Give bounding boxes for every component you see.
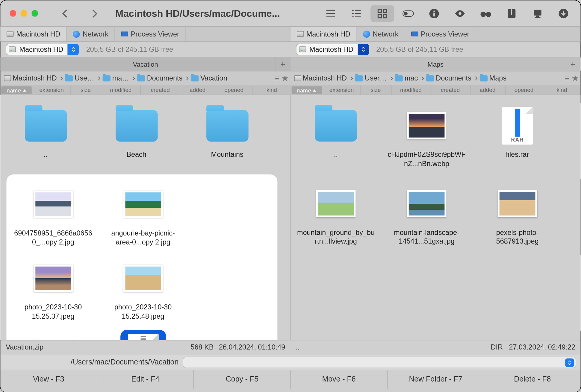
- tab-network-right[interactable]: Network: [357, 27, 405, 41]
- image-thumbnail: [34, 265, 73, 292]
- status-filename: Vacation.zip: [6, 343, 43, 351]
- add-tab-right[interactable]: +: [565, 57, 581, 72]
- file-item[interactable]: angourie-bay-picnic-area-0...opy 2.jpg: [98, 180, 188, 250]
- file-item[interactable]: pexels-photo-5687913.jpeg: [472, 180, 563, 249]
- view-columns-icon[interactable]: [345, 5, 368, 22]
- fkey-copy[interactable]: Copy - F5: [193, 370, 290, 388]
- fkey-edit[interactable]: Edit - F4: [97, 370, 193, 388]
- pane-title-left[interactable]: Vacation+: [0, 57, 290, 71]
- breadcrumb-item[interactable]: Maps: [480, 74, 506, 82]
- breadcrumb-item[interactable]: mac: [395, 74, 426, 82]
- col-name[interactable]: name: [1, 86, 32, 94]
- col-size[interactable]: size: [71, 85, 101, 95]
- col-kind[interactable]: kind: [543, 85, 580, 95]
- function-keys-bar: View - F3 Edit - F4 Copy - F5 Move - F6 …: [0, 370, 580, 388]
- command-history-dropdown[interactable]: [565, 358, 574, 367]
- col-extension[interactable]: extension: [33, 85, 71, 95]
- maximize-window-button[interactable]: [31, 10, 38, 17]
- close-window-button[interactable]: [10, 10, 16, 17]
- toggle-switch-icon[interactable]: [397, 5, 420, 22]
- minimize-window-button[interactable]: [21, 10, 27, 17]
- image-thumbnail: [123, 265, 163, 292]
- file-item-parent[interactable]: ..: [0, 102, 91, 162]
- fkey-view[interactable]: View - F3: [0, 370, 97, 388]
- free-space-right: 205,5 GB of 245,11 GB free: [376, 45, 463, 53]
- col-name[interactable]: name: [291, 86, 322, 94]
- drive-icon: [7, 31, 13, 37]
- free-space-left: 205,5 GB of 245,11 GB free: [86, 45, 173, 53]
- file-item[interactable]: photo_2023-10-30 15.25.48.jpeg: [98, 255, 188, 324]
- col-modified[interactable]: modified: [391, 85, 431, 95]
- archive-icon[interactable]: [500, 5, 523, 22]
- tab-process-viewer-left[interactable]: Process Viewer: [115, 27, 186, 41]
- file-item-folder[interactable]: Beach: [91, 102, 182, 162]
- breadcrumb-item[interactable]: Macintosh HD: [4, 74, 65, 82]
- breadcrumb-item[interactable]: User…: [355, 74, 395, 82]
- file-item-folder[interactable]: Mountains: [182, 102, 273, 162]
- tab-macintosh-hd-left[interactable]: Macintosh HD: [0, 27, 67, 41]
- star-icon[interactable]: ★: [571, 73, 579, 83]
- breadcrumb-item[interactable]: Macintosh HD: [294, 74, 355, 82]
- view-icons-icon[interactable]: [370, 5, 394, 22]
- star-icon[interactable]: ★: [281, 73, 289, 83]
- fkey-new-folder[interactable]: New Folder - F7: [387, 370, 484, 388]
- source-tabs-bar: Macintosh HD Network Process Viewer Maci…: [0, 27, 580, 42]
- breadcrumb-item[interactable]: Documents: [426, 74, 480, 82]
- tab-process-viewer-right[interactable]: Process Viewer: [405, 27, 476, 41]
- tab-network-left[interactable]: Network: [67, 27, 115, 41]
- breadcrumb-item[interactable]: Vacation: [191, 74, 227, 82]
- file-item[interactable]: scenery-of-mountain-range-.jpg: [8, 329, 98, 340]
- tab-macintosh-hd-right[interactable]: Macintosh HD: [290, 27, 357, 41]
- disk-select-left[interactable]: Macintosh HD: [6, 44, 68, 55]
- list-menu-icon[interactable]: ≡: [275, 73, 279, 83]
- fkey-delete[interactable]: Delete - F8: [484, 370, 580, 388]
- add-tab-left[interactable]: +: [275, 57, 290, 72]
- col-added[interactable]: added: [180, 85, 215, 95]
- file-label: mountain-landscape-14541...51gxa.jpg: [387, 228, 466, 246]
- nav-forward-button[interactable]: [84, 5, 106, 21]
- file-label: ..: [334, 150, 338, 159]
- file-label: Mountains: [211, 150, 243, 159]
- col-kind[interactable]: kind: [253, 85, 290, 95]
- disk-dropdown-left[interactable]: [68, 44, 79, 55]
- col-opened[interactable]: opened: [215, 85, 253, 95]
- preview-icon[interactable]: [448, 5, 472, 22]
- disk-dropdown-right[interactable]: [358, 44, 369, 55]
- col-created[interactable]: created: [431, 85, 470, 95]
- col-extension[interactable]: extension: [323, 85, 361, 95]
- col-modified[interactable]: modified: [101, 85, 141, 95]
- file-item[interactable]: cHJpdmF0ZS9sci9pbWFnZ...nBn.webp: [381, 102, 472, 171]
- file-item[interactable]: 6904758951_6868a06560_...opy 2.jpg: [8, 180, 98, 250]
- nav-back-button[interactable]: [54, 5, 76, 21]
- view-list-icon[interactable]: [319, 5, 342, 22]
- file-item-parent[interactable]: ..: [290, 102, 381, 171]
- fkey-move[interactable]: Move - F6: [290, 370, 387, 388]
- binoculars-icon[interactable]: [474, 5, 498, 22]
- breadcrumb-item[interactable]: ma…: [103, 74, 137, 82]
- col-opened[interactable]: opened: [505, 85, 543, 95]
- breadcrumb-item[interactable]: Use…: [65, 74, 102, 82]
- svg-rect-17: [535, 17, 540, 18]
- file-label: 6904758951_6868a06560_...opy 2.jpg: [14, 229, 93, 247]
- file-item[interactable]: photo_2023-10-30 15.25.37.jpeg: [8, 255, 98, 324]
- list-menu-icon[interactable]: ≡: [565, 73, 570, 83]
- left-pane[interactable]: .. Beach Mountains 6904758951_6868a06560…: [0, 95, 290, 340]
- svg-rect-2: [378, 14, 381, 18]
- col-created[interactable]: created: [141, 85, 180, 95]
- pane-title-right[interactable]: Maps+: [290, 57, 581, 71]
- right-pane[interactable]: .. cHJpdmF0ZS9sci9pbWFnZ...nBn.webp RARf…: [290, 95, 581, 340]
- info-icon[interactable]: [422, 5, 446, 22]
- col-added[interactable]: added: [470, 85, 505, 95]
- disk-select-right[interactable]: Macintosh HD: [296, 44, 358, 55]
- network-share-icon[interactable]: [526, 5, 549, 22]
- file-item[interactable]: mountain-landscape-14541...51gxa.jpg: [381, 180, 472, 249]
- col-size[interactable]: size: [361, 85, 391, 95]
- breadcrumb-item[interactable]: Documents: [137, 74, 191, 82]
- file-item[interactable]: mountain_ground_by_burtn...llview.jpg: [290, 180, 381, 249]
- breadcrumb-row: Macintosh HD Use… ma… Documents Vacation…: [0, 72, 580, 86]
- file-item[interactable]: RARfiles.rar: [472, 102, 563, 171]
- download-icon[interactable]: [552, 5, 575, 22]
- command-input[interactable]: [183, 356, 576, 368]
- folder-icon: [315, 110, 357, 141]
- file-item-selected[interactable]: ZIPVacation.zip: [98, 329, 188, 340]
